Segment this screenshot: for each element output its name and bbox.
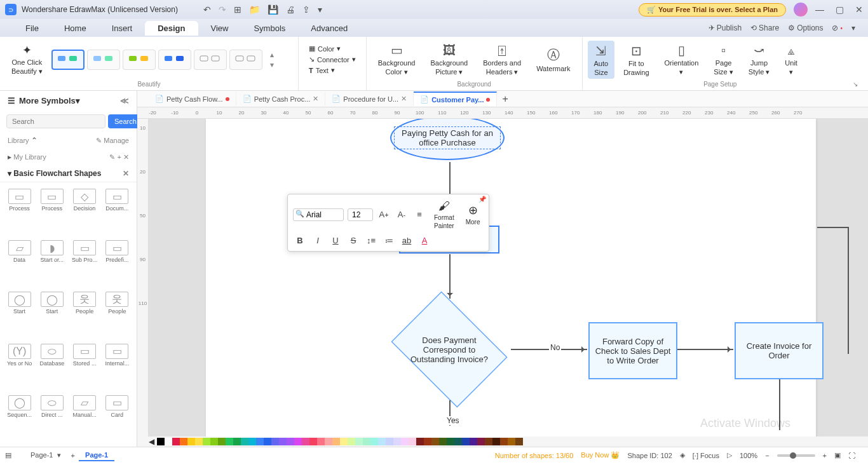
shape-item[interactable]: 웃People [102, 289, 133, 339]
terminator-shape[interactable]: Paying Petty Cash for an office Purchase [390, 119, 505, 160]
line-spacing-button[interactable]: ↕≡ [364, 233, 378, 247]
export-button[interactable]: ⇪ [302, 4, 310, 15]
shape-item[interactable]: ▱Data [4, 238, 35, 288]
color-swatch[interactable] [477, 438, 485, 445]
shape-item[interactable]: 웃People [69, 289, 100, 339]
color-swatch[interactable] [409, 438, 416, 445]
bullet-list-button[interactable]: ≔ [382, 233, 396, 247]
palette-scroll-left[interactable]: ◀ [149, 437, 154, 446]
presentation-button[interactable]: ▷ [727, 451, 732, 459]
document-tab[interactable]: 📄Customer Pay... [414, 91, 497, 106]
zoom-in-button[interactable]: + [823, 452, 827, 459]
color-swatch[interactable] [325, 438, 332, 445]
underline-button[interactable]: U [329, 233, 342, 247]
color-swatch[interactable] [485, 438, 492, 445]
options-button[interactable]: ⚙ Options [788, 24, 823, 32]
format-painter-button[interactable]: 🖌FormatPainter [430, 198, 458, 231]
notifications-button[interactable]: ⊘• [832, 24, 843, 32]
auto-size-button[interactable]: ⇲AutoSize [588, 41, 615, 79]
color-swatch[interactable] [439, 438, 447, 445]
pagesetup-dialog-launcher[interactable]: ↘ [853, 81, 858, 88]
bold-button[interactable]: B [293, 233, 307, 247]
menu-home[interactable]: Home [51, 21, 99, 36]
color-swatch[interactable] [165, 438, 172, 445]
page-select[interactable]: Page-1 ▾ [24, 450, 67, 461]
print-button[interactable]: 🖨 [286, 4, 295, 15]
process-invoice[interactable]: Create Invoice for Order [735, 322, 824, 379]
theme-thumb-3[interactable] [123, 50, 156, 70]
theme-thumb-5[interactable] [194, 50, 227, 70]
italic-button[interactable]: I [311, 233, 325, 247]
shape-item[interactable]: ◯Sequen... [4, 393, 35, 443]
color-swatch[interactable] [470, 438, 477, 445]
my-library-label[interactable]: ▸ My Library [8, 152, 46, 161]
page[interactable]: Paying Petty Cash for an office Purchase… [206, 119, 816, 437]
background-color-button[interactable]: ▭BackgroundColor ▾ [372, 40, 422, 79]
color-swatch[interactable] [348, 438, 355, 445]
redo-button[interactable]: ↷ [219, 4, 226, 15]
page-size-button[interactable]: ▫PageSize ▾ [707, 41, 739, 79]
one-click-beautify-button[interactable]: ✦ One Click Beautify ▾ [5, 43, 49, 76]
pin-toolbar-button[interactable]: 📌 [478, 196, 486, 203]
color-swatch[interactable] [203, 438, 210, 445]
color-swatch[interactable] [172, 438, 180, 445]
shape-item[interactable]: (Y)Yes or No [4, 341, 35, 391]
color-swatch[interactable] [210, 438, 218, 445]
jump-style-button[interactable]: ⤻JumpStyle ▾ [742, 40, 776, 79]
menu-view[interactable]: View [198, 21, 241, 36]
shape-item[interactable]: ▭Docum... [102, 186, 133, 236]
menu-advanced[interactable]: Advanced [298, 21, 360, 36]
more-format-button[interactable]: ⊕More [462, 202, 484, 227]
color-swatch[interactable] [294, 438, 302, 445]
zoom-out-button[interactable]: − [765, 452, 769, 459]
color-swatch[interactable] [187, 438, 195, 445]
font-size-select[interactable] [348, 208, 373, 221]
color-swatch[interactable] [370, 438, 378, 445]
menu-design[interactable]: Design [145, 21, 198, 36]
color-swatch[interactable] [500, 438, 508, 445]
background-picture-button[interactable]: 🖼BackgroundPicture ▾ [424, 41, 474, 79]
shape-item[interactable]: ▭Process [36, 186, 67, 236]
orientation-button[interactable]: ▯Orientation▾ [658, 40, 705, 79]
connector-return[interactable] [817, 227, 849, 354]
menu-file[interactable]: File [13, 21, 51, 36]
color-swatch[interactable] [462, 438, 470, 445]
collapse-ribbon-button[interactable]: ▾ [851, 24, 855, 32]
color-swatch[interactable] [492, 438, 500, 445]
manage-library-button[interactable]: ✎ Manage [96, 137, 129, 145]
shape-item[interactable]: ▭Stored ... [69, 341, 100, 391]
color-swatch[interactable] [416, 438, 424, 445]
color-swatch[interactable] [393, 438, 401, 445]
shape-item[interactable]: ⬭Database [36, 341, 67, 391]
open-button[interactable]: 📁 [249, 4, 260, 15]
text-case-button[interactable]: ab [400, 233, 414, 247]
lib-close-icon[interactable]: ✕ [123, 153, 129, 161]
close-window-button[interactable]: ✕ [855, 4, 863, 15]
color-dropdown[interactable]: ▦ Color ▾ [309, 44, 356, 53]
focus-mode-button[interactable]: [·] Focus [693, 452, 719, 459]
color-swatch[interactable] [279, 438, 287, 445]
qat-dropdown[interactable]: ▾ [318, 4, 322, 15]
shape-item[interactable]: ◯Start [36, 289, 67, 339]
color-swatch[interactable] [180, 438, 187, 445]
shape-item[interactable]: ▭Process [4, 186, 35, 236]
share-button[interactable]: ⟲ Share [750, 24, 779, 32]
increase-font-button[interactable]: A+ [377, 208, 391, 222]
undo-button[interactable]: ↶ [203, 4, 211, 15]
decrease-font-button[interactable]: A- [395, 208, 409, 222]
trial-banner[interactable]: 🛒 Your Free Trial is over. Select a Plan [639, 3, 786, 17]
shape-item[interactable]: ▭Internal... [102, 341, 133, 391]
color-swatch[interactable] [271, 438, 279, 445]
decision-shape[interactable]: Does Payment Correspond to Outstanding I… [383, 299, 516, 400]
color-swatch[interactable] [309, 438, 317, 445]
maximize-button[interactable]: ▢ [836, 4, 844, 15]
shape-item[interactable]: ◗Start or... [36, 238, 67, 288]
theme-thumb-4[interactable] [158, 50, 191, 70]
add-tab-button[interactable]: + [497, 93, 513, 105]
layers-button[interactable]: ◈ [680, 451, 685, 459]
color-swatch[interactable] [454, 438, 462, 445]
sidebar-collapse-button[interactable]: ≪ [120, 96, 129, 105]
close-tab-button[interactable]: ✕ [313, 95, 318, 103]
buy-now-button[interactable]: Buy Now 👑 [581, 451, 620, 459]
themes-scroll-up[interactable]: ▴ [270, 50, 274, 59]
